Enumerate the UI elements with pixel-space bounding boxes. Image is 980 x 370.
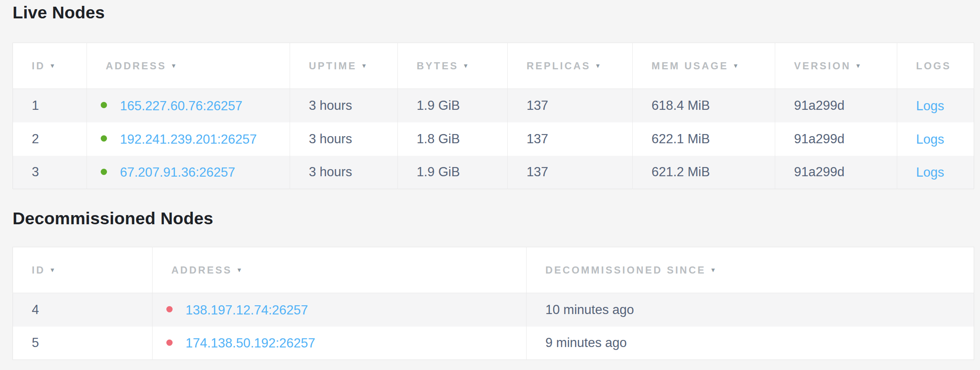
node-uptime-cell: 3 hours <box>290 89 398 122</box>
node-logs-link[interactable]: Logs <box>916 99 944 113</box>
node-logs-cell: Logs <box>897 156 974 189</box>
node-bytes-cell: 1.9 GiB <box>398 156 508 189</box>
live-node-row: 1 165.227.60.76:26257 3 hours 1.9 GiB 13… <box>13 89 974 122</box>
live-nodes-table: ID▾ Address▾ Uptime▾ Bytes▾ Replicas▾ Me… <box>13 43 974 189</box>
sort-arrow-icon: ▾ <box>237 266 241 274</box>
sort-arrow-icon: ▾ <box>856 61 860 70</box>
live-col-header-bytes[interactable]: Bytes▾ <box>398 43 508 89</box>
live-col-header-version[interactable]: Version▾ <box>775 43 897 89</box>
node-decommissioned-since-cell: 9 minutes ago <box>527 327 974 360</box>
node-version-cell: 91a299d <box>775 122 897 156</box>
node-id-cell: 4 <box>13 293 153 327</box>
live-node-row: 2 192.241.239.201:26257 3 hours 1.8 GiB … <box>13 122 974 156</box>
decommissioned-nodes-title: Decommissioned Nodes <box>13 208 974 228</box>
live-col-header-uptime[interactable]: Uptime▾ <box>290 43 398 89</box>
node-uptime-cell: 3 hours <box>290 156 398 189</box>
live-nodes-header-row: ID▾ Address▾ Uptime▾ Bytes▾ Replicas▾ Me… <box>13 43 974 89</box>
live-col-header-replicas[interactable]: Replicas▾ <box>508 43 633 89</box>
live-col-header-id[interactable]: ID▾ <box>13 43 87 89</box>
col-label: Uptime <box>309 60 357 71</box>
live-col-header-address[interactable]: Address▾ <box>87 43 290 89</box>
node-mem-usage-cell: 618.4 MiB <box>633 89 775 122</box>
col-label: Version <box>794 60 851 71</box>
decommissioned-col-header-since[interactable]: Decommissioned Since▾ <box>527 247 974 293</box>
node-replicas-cell: 137 <box>508 122 633 156</box>
sort-arrow-icon: ▾ <box>734 61 738 70</box>
live-status-dot-icon <box>101 169 107 175</box>
decommissioned-nodes-table: ID▾ Address▾ Decommissioned Since▾ 4 138… <box>13 247 974 360</box>
node-id-cell: 2 <box>13 122 87 156</box>
col-label: Replicas <box>527 60 591 71</box>
col-label: Mem Usage <box>652 60 728 71</box>
node-version-cell: 91a299d <box>775 89 897 122</box>
node-address-cell: 67.207.91.36:26257 <box>87 156 290 189</box>
live-node-row: 3 67.207.91.36:26257 3 hours 1.9 GiB 137… <box>13 156 974 189</box>
node-logs-cell: Logs <box>897 89 974 122</box>
sort-arrow-icon: ▾ <box>362 61 366 70</box>
col-label: Address <box>106 60 166 71</box>
node-address-link[interactable]: 174.138.50.192:26257 <box>186 336 315 350</box>
node-address-link[interactable]: 67.207.91.36:26257 <box>120 165 235 180</box>
decommissioned-status-dot-icon <box>166 306 173 312</box>
node-address-cell: 138.197.12.74:26257 <box>153 293 527 327</box>
decommissioned-node-row: 5 174.138.50.192:26257 9 minutes ago <box>13 327 974 360</box>
col-label: ID <box>32 60 45 71</box>
col-label: Address <box>171 264 232 276</box>
decommissioned-col-header-address[interactable]: Address▾ <box>153 247 527 293</box>
node-id-cell: 1 <box>13 89 87 122</box>
node-list-page: Live Nodes ID▾ Address▾ Uptime▾ Bytes▾ R… <box>13 0 974 360</box>
node-replicas-cell: 137 <box>508 89 633 122</box>
decommissioned-status-dot-icon <box>166 340 173 346</box>
col-label: Bytes <box>417 60 458 71</box>
sort-arrow-icon: ▾ <box>172 61 176 70</box>
node-mem-usage-cell: 622.1 MiB <box>633 122 775 156</box>
live-nodes-title: Live Nodes <box>13 0 974 23</box>
node-address-link[interactable]: 165.227.60.76:26257 <box>120 99 242 113</box>
node-address-cell: 192.241.239.201:26257 <box>87 122 290 156</box>
node-decommissioned-since-cell: 10 minutes ago <box>527 293 974 327</box>
node-address-cell: 174.138.50.192:26257 <box>153 327 527 360</box>
col-label: ID <box>32 264 45 276</box>
col-label: Decommissioned Since <box>545 264 706 276</box>
decommissioned-nodes-header-row: ID▾ Address▾ Decommissioned Since▾ <box>13 247 974 293</box>
node-uptime-cell: 3 hours <box>290 122 398 156</box>
live-status-dot-icon <box>101 102 107 108</box>
live-col-header-mem-usage[interactable]: Mem Usage▾ <box>633 43 775 89</box>
sort-arrow-icon: ▾ <box>51 61 54 70</box>
node-replicas-cell: 137 <box>508 156 633 189</box>
sort-arrow-icon: ▾ <box>464 61 468 70</box>
node-logs-link[interactable]: Logs <box>916 132 944 146</box>
node-address-link[interactable]: 138.197.12.74:26257 <box>186 303 308 317</box>
node-id-cell: 3 <box>13 156 87 189</box>
decommissioned-col-header-id[interactable]: ID▾ <box>13 247 153 293</box>
node-address-link[interactable]: 192.241.239.201:26257 <box>120 132 257 146</box>
sort-arrow-icon: ▾ <box>596 61 600 70</box>
col-label: Logs <box>916 60 951 71</box>
node-bytes-cell: 1.9 GiB <box>398 89 508 122</box>
live-col-header-logs: Logs <box>897 43 974 89</box>
live-status-dot-icon <box>101 135 107 142</box>
node-mem-usage-cell: 621.2 MiB <box>633 156 775 189</box>
sort-arrow-icon: ▾ <box>51 266 54 274</box>
node-logs-cell: Logs <box>897 122 974 156</box>
node-address-cell: 165.227.60.76:26257 <box>87 89 290 122</box>
node-id-cell: 5 <box>13 327 153 360</box>
node-version-cell: 91a299d <box>775 156 897 189</box>
sort-arrow-icon: ▾ <box>711 266 715 274</box>
decommissioned-node-row: 4 138.197.12.74:26257 10 minutes ago <box>13 293 974 327</box>
node-bytes-cell: 1.8 GiB <box>398 122 508 156</box>
node-logs-link[interactable]: Logs <box>916 165 944 180</box>
